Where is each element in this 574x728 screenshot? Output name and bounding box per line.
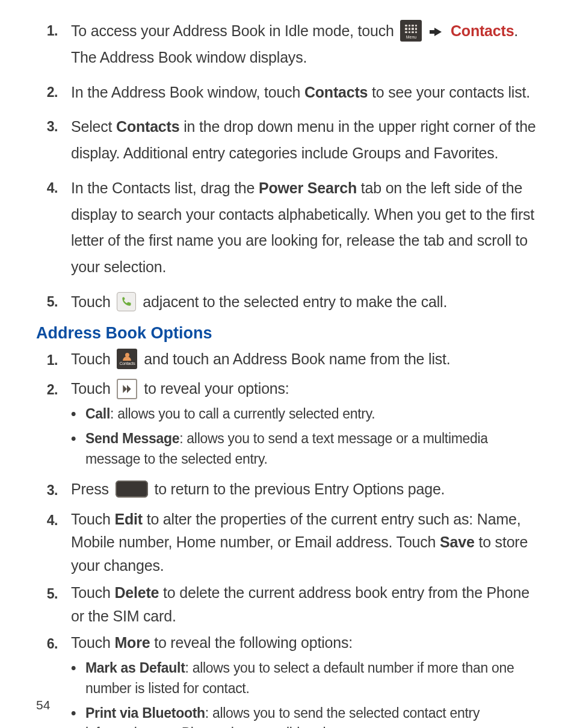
- bullet-icon: •: [71, 658, 79, 698]
- contacts-link: Contacts: [451, 22, 514, 39]
- step-body: In the Address Book window, touch Contac…: [71, 79, 538, 106]
- option-label: Print via Bluetooth: [85, 705, 205, 721]
- bullet-mark-default: • Mark as Default: allows you to select …: [71, 658, 538, 698]
- step-body: In the Contacts list, drag the Power Sea…: [71, 175, 538, 281]
- step-body: Select Contacts in the drop down menu in…: [71, 114, 538, 167]
- step-2: 2. In the Address Book window, touch Con…: [42, 79, 538, 106]
- step-number: 5.: [42, 289, 58, 316]
- text: Touch: [71, 350, 114, 367]
- step-body: Touch Delete to delete the current addre…: [71, 581, 538, 628]
- text: to see your contacts list.: [368, 84, 530, 101]
- step-5: 5. Touch adjacent to the selected entry …: [42, 289, 538, 316]
- bullet-icon: •: [71, 404, 79, 424]
- opt-step-3: 3. Press to return to the previous Entry…: [42, 478, 538, 504]
- section-heading: Address Book Options: [36, 324, 538, 343]
- contacts-label: Contacts: [116, 118, 179, 135]
- menu-icon-label: Menu: [406, 35, 417, 39]
- double-chevron-icon: [117, 379, 137, 399]
- step-number: 2.: [42, 79, 58, 106]
- step-body: Touch More to reveal the following optio…: [71, 631, 538, 728]
- text: Touch: [71, 380, 114, 397]
- text: In the Address Book window, touch: [71, 84, 304, 101]
- text: to return to the previous Entry Options …: [154, 481, 445, 497]
- text: to reveal your options:: [144, 380, 289, 397]
- option-label: Send Message: [85, 431, 179, 446]
- text: adjacent to the selected entry to make t…: [143, 293, 447, 310]
- step-1: 1. To access your Address Book in Idle m…: [42, 18, 538, 71]
- delete-label: Delete: [114, 584, 159, 601]
- step-number: 2.: [42, 377, 58, 474]
- contacts-icon-label: Contacts: [119, 361, 135, 366]
- menu-icon: Menu: [400, 20, 422, 42]
- text: Touch: [71, 511, 114, 527]
- text: Touch: [71, 584, 114, 601]
- opt-step-1: 1. Touch Contacts and touch an Address B…: [42, 347, 538, 374]
- step-body: Press to return to the previous Entry Op…: [71, 478, 538, 504]
- options-bullets: • Call: allows you to call a currently s…: [71, 404, 538, 469]
- power-search-label: Power Search: [259, 179, 357, 196]
- step-number: 6.: [42, 631, 58, 728]
- more-bullets: • Mark as Default: allows you to select …: [71, 658, 538, 728]
- opt-step-6: 6. Touch More to reveal the following op…: [42, 631, 538, 728]
- bullet-icon: •: [71, 429, 79, 469]
- text: Select: [71, 118, 116, 135]
- opt-step-5: 5. Touch Delete to delete the current ad…: [42, 581, 538, 628]
- text: to reveal the following options:: [150, 634, 353, 651]
- bullet-icon: •: [71, 703, 79, 728]
- text: Press: [71, 481, 113, 497]
- bullet-send-message: • Send Message: allows you to send a tex…: [71, 429, 538, 469]
- step-body: Touch Contacts and touch an Address Book…: [71, 347, 538, 374]
- step-number: 4.: [42, 175, 58, 281]
- step-number: 3.: [42, 478, 58, 504]
- step-number: 5.: [42, 581, 58, 628]
- bullet-call: • Call: allows you to call a currently s…: [71, 404, 538, 424]
- more-label: More: [114, 634, 150, 651]
- step-body: Touch to reveal your options: • Call: al…: [71, 377, 538, 474]
- step-number: 4.: [42, 508, 58, 577]
- step-number: 3.: [42, 114, 58, 167]
- option-label: Mark as Default: [85, 660, 185, 676]
- contacts-label: Contacts: [304, 84, 368, 101]
- address-book-options-steps: 1. Touch Contacts and touch an Address B…: [42, 347, 538, 729]
- step-number: 1.: [42, 18, 58, 71]
- edit-label: Edit: [114, 511, 142, 527]
- step-body: Touch Edit to alter the properties of th…: [71, 508, 538, 577]
- text: To access your Address Book in Idle mode…: [71, 22, 398, 39]
- arrow-right-icon: [434, 28, 442, 36]
- back-button-icon: [116, 481, 148, 497]
- page-number: 54: [36, 698, 50, 712]
- save-label: Save: [440, 534, 475, 550]
- bullet-print-bluetooth: • Print via Bluetooth: allows you to sen…: [71, 703, 538, 728]
- step-4: 4. In the Contacts list, drag the Power …: [42, 175, 538, 281]
- step-body: Touch adjacent to the selected entry to …: [71, 289, 538, 316]
- opt-step-4: 4. Touch Edit to alter the properties of…: [42, 508, 538, 577]
- contacts-icon: Contacts: [117, 349, 137, 369]
- text: Touch: [71, 634, 114, 651]
- step-3: 3. Select Contacts in the drop down menu…: [42, 114, 538, 167]
- option-label: Call: [85, 406, 110, 422]
- call-icon: [117, 292, 136, 311]
- step-body: To access your Address Book in Idle mode…: [71, 18, 538, 71]
- opt-step-2: 2. Touch to reveal your options: • Call:…: [42, 377, 538, 474]
- option-text: : allows you to call a currently selecte…: [110, 406, 375, 422]
- step-number: 1.: [42, 347, 58, 374]
- text: Touch: [71, 293, 114, 310]
- address-book-access-steps: 1. To access your Address Book in Idle m…: [42, 18, 538, 316]
- text: In the Contacts list, drag the: [71, 179, 259, 196]
- text: and touch an Address Book name from the …: [144, 350, 450, 367]
